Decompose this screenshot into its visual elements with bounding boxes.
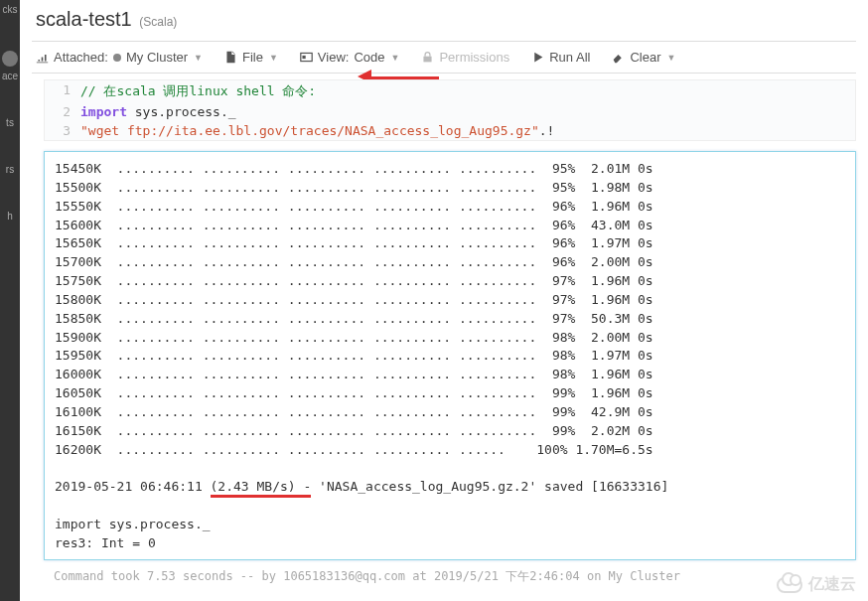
code-operator: .!: [539, 123, 555, 138]
run-all-button[interactable]: Run All: [531, 50, 590, 65]
watermark: 亿速云: [777, 574, 856, 595]
eraser-icon: [612, 51, 625, 64]
line-number: 3: [45, 121, 78, 140]
attached-menu[interactable]: Attached: My Cluster ▼: [36, 50, 203, 65]
output-blank: [55, 460, 845, 479]
output-row: 16000K .......... .......... .......... …: [55, 366, 845, 384]
view-label: View:: [318, 50, 350, 65]
code-keyword: import: [80, 104, 127, 119]
lock-icon: [421, 51, 434, 64]
output-result: res3: Int = 0: [55, 534, 845, 553]
caret-down-icon: ▼: [269, 53, 278, 63]
svg-rect-2: [424, 57, 432, 63]
attach-icon: [36, 51, 49, 64]
output-row: 16200K .......... .......... .......... …: [55, 441, 845, 460]
output-row: 15450K .......... .......... .......... …: [55, 160, 845, 179]
output-import: import sys.process._: [55, 516, 845, 534]
cell-output[interactable]: 15450K .......... .......... .......... …: [44, 151, 856, 560]
code-string: "wget ftp://ita.ee.lbl.gov/traces/NASA_a…: [80, 123, 539, 138]
view-menu[interactable]: View: Code ▼: [300, 50, 400, 65]
output-row: 15500K .......... .......... .......... …: [55, 179, 845, 198]
permissions-button: Permissions: [421, 50, 509, 65]
output-row: 15850K .......... .......... .......... …: [55, 310, 845, 329]
left-nav-rail: cks ace ts rs h: [0, 0, 20, 601]
run-all-label: Run All: [549, 50, 590, 65]
output-summary: 2019-05-21 06:46:11 (2.43 MB/s) - 'NASA_…: [55, 478, 845, 497]
output-row: 16050K .......... .......... .......... …: [55, 384, 845, 403]
cluster-name: My Cluster: [126, 50, 188, 65]
output-row: 15550K .......... .......... .......... …: [55, 198, 845, 217]
play-icon: [531, 51, 544, 64]
attached-label: Attached:: [54, 50, 108, 65]
output-blank: [55, 497, 845, 516]
command-meta: Command took 7.53 seconds -- by 10651831…: [44, 564, 856, 589]
output-row: 15600K .......... .......... .......... …: [55, 217, 845, 235]
toolbar: Attached: My Cluster ▼ File ▼ View: Code…: [32, 41, 856, 74]
svg-rect-1: [302, 56, 305, 59]
output-row: 15950K .......... .......... .......... …: [55, 347, 845, 366]
file-label: File: [242, 50, 263, 65]
view-icon: [300, 51, 313, 64]
line-number: 2: [45, 102, 78, 121]
file-menu[interactable]: File ▼: [224, 50, 278, 65]
code-text: sys.process._: [127, 104, 236, 119]
cloud-icon: [777, 577, 802, 593]
watermark-text: 亿速云: [808, 574, 856, 595]
notebook-language: (Scala): [139, 15, 177, 29]
code-cell[interactable]: 1 // 在scala 调用linux shell 命令: 2 import s…: [44, 79, 856, 141]
output-row: 15900K .......... .......... .......... …: [55, 329, 845, 348]
output-row: 16150K .......... .......... .......... …: [55, 422, 845, 441]
output-row: 15650K .......... .......... .......... …: [55, 234, 845, 253]
file-icon: [224, 51, 237, 64]
output-row: 15700K .......... .......... .......... …: [55, 253, 845, 272]
annotation-underline: (2.43 MB/s) -: [211, 479, 312, 498]
view-value: Code: [354, 50, 384, 65]
output-row: 15750K .......... .......... .......... …: [55, 272, 845, 291]
notebook-title[interactable]: scala-test1: [36, 8, 132, 30]
output-row: 16100K .......... .......... .......... …: [55, 403, 845, 422]
status-dot-icon: [113, 54, 121, 62]
line-number: 1: [45, 80, 78, 102]
caret-down-icon: ▼: [194, 53, 203, 63]
caret-down-icon: ▼: [667, 53, 676, 63]
output-row: 15800K .......... .......... .......... …: [55, 291, 845, 310]
notebook-header: scala-test1 (Scala): [32, 0, 856, 41]
caret-down-icon: ▼: [391, 53, 400, 63]
clear-label: Clear: [630, 50, 660, 65]
clear-menu[interactable]: Clear ▼: [612, 50, 675, 65]
permissions-label: Permissions: [439, 50, 509, 65]
code-comment: // 在scala 调用linux shell 命令:: [80, 83, 316, 98]
